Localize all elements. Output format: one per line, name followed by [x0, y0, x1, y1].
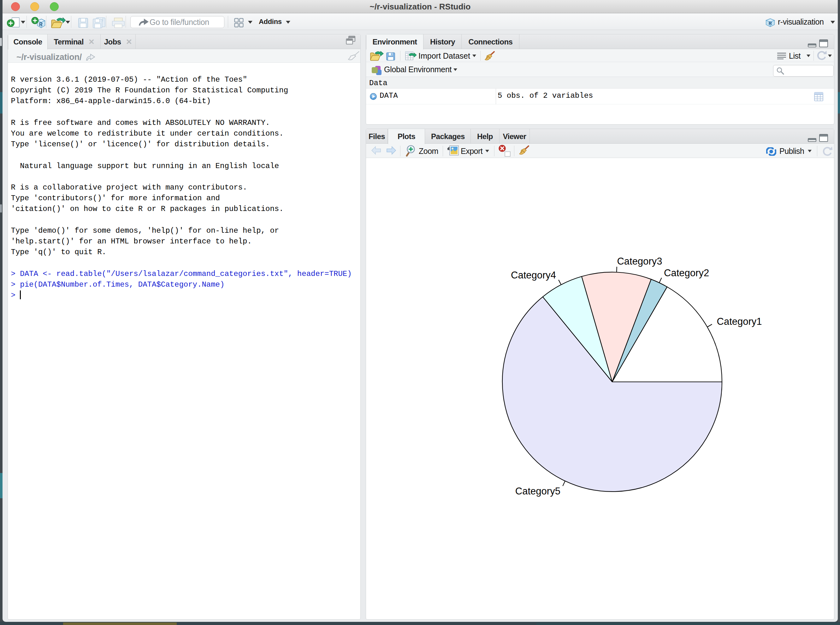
svg-text:R: R	[769, 21, 772, 26]
svg-text:Category3: Category3	[617, 256, 662, 267]
svg-text:Category4: Category4	[511, 270, 556, 281]
svg-text:Category2: Category2	[664, 267, 709, 278]
svg-text:Category1: Category1	[717, 316, 762, 327]
svg-text:Category5: Category5	[515, 486, 560, 497]
svg-text:R: R	[39, 22, 43, 27]
